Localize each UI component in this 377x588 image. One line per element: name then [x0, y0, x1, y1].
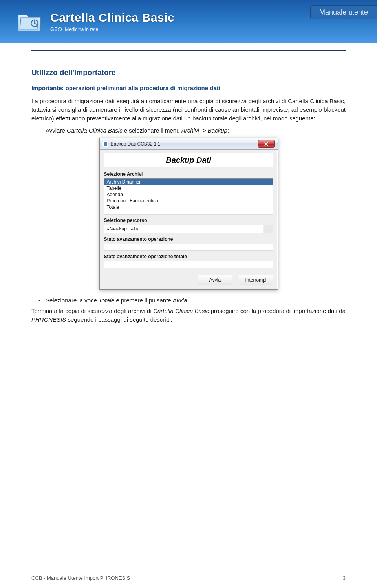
intro-paragraph: La procedura di migrazione dati eseguirà… — [31, 97, 346, 122]
app-icon — [102, 141, 108, 147]
doc-banner: Cartella Clinica Basic GE❍ Medicina in r… — [0, 0, 377, 43]
brand-tagline: Medicina in rete — [65, 27, 98, 32]
list-option[interactable]: Tabelle — [104, 185, 273, 191]
dialog-header: Backup Dati — [104, 153, 273, 167]
path-input[interactable]: c:\backup_ccb\ — [104, 225, 263, 233]
manual-badge: Manuale utente — [310, 5, 377, 19]
page-footer: CCB - Manuale Utente Import PHRONESIS 3 — [0, 575, 377, 581]
svg-rect-1 — [104, 142, 107, 146]
brand-geo: GE❍ — [50, 27, 62, 32]
progress-bar-1 — [104, 244, 273, 251]
section-heading: Utilizzo dell'importatore — [31, 68, 346, 77]
close-icon — [264, 142, 268, 146]
label-progress-2: Stato avanzamento operazione totale — [104, 254, 273, 259]
list-option[interactable]: Prontuario Farmaceutico — [104, 198, 273, 204]
archivi-listbox[interactable]: Archivi Dinamici Tabelle Agenda Prontuar… — [104, 178, 273, 215]
list-option[interactable]: Totale — [104, 204, 273, 210]
list-item: Avviare Cartella Clinica Basic e selezio… — [31, 127, 346, 134]
avvia-button[interactable]: Avvia — [198, 275, 232, 285]
list-option[interactable]: Agenda — [104, 191, 273, 198]
list-item: Selezionare la voce Totale e premere il … — [31, 297, 346, 304]
dialog-title: Backup Dati CCB32 1.1 — [111, 141, 161, 147]
close-button[interactable] — [258, 140, 275, 148]
banner-subtitle: GE❍ Medicina in rete — [50, 27, 174, 32]
page-number: 3 — [343, 575, 346, 581]
browse-button[interactable]: .. — [264, 225, 273, 233]
backup-dialog: Backup Dati CCB32 1.1 Backup Dati Selezi… — [99, 138, 278, 290]
label-percorso: Selezione percorso — [104, 218, 273, 223]
section-subheading: Importante: operazioni preliminari alla … — [31, 85, 346, 91]
dialog-titlebar: Backup Dati CCB32 1.1 — [100, 138, 278, 150]
label-archivi: Selezione Archivi — [104, 171, 273, 177]
banner-folder-icon — [16, 8, 43, 35]
interrompi-button[interactable]: Interrompi — [239, 275, 273, 285]
progress-bar-2 — [104, 261, 273, 268]
label-progress-1: Stato avanzamento operazione — [104, 237, 273, 242]
footer-left: CCB - Manuale Utente Import PHRONESIS — [31, 575, 130, 581]
list-option[interactable]: Archivi Dinamici — [104, 179, 273, 185]
banner-title: Cartella Clinica Basic — [50, 11, 174, 24]
closing-paragraph: Terminata la copia di sicurezza degli ar… — [31, 307, 346, 324]
